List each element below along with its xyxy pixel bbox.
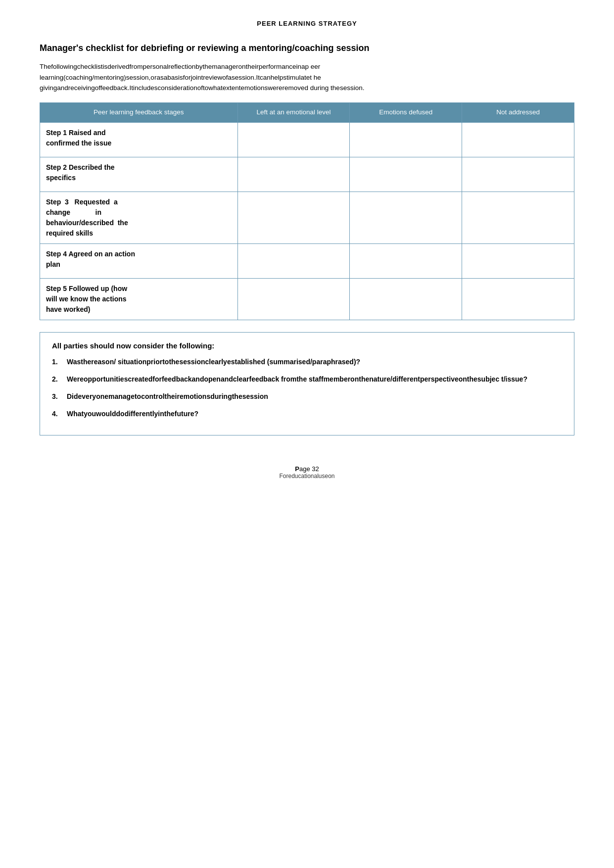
step-4-defused: [350, 243, 462, 278]
step-3-emotional: [237, 192, 350, 243]
col-header-stages: Peer learning feedback stages: [40, 102, 238, 122]
list-text: Whatyouwoulddodifferentlyinthefuture?: [67, 409, 198, 419]
table-row: Step 4 Agreed on an actionplan: [40, 243, 574, 278]
page-header: Peer Learning Strategy: [40, 20, 574, 27]
main-title: Manager's checklist for debriefing or re…: [40, 42, 574, 54]
step-2-defused: [350, 157, 462, 192]
list-num: 1.: [52, 357, 62, 367]
step-5-emotional: [237, 278, 350, 320]
table-row: Step 1 Raised andconfirmed the issue: [40, 122, 574, 157]
step-4-not-addressed: [462, 243, 574, 278]
col-header-not-addressed: Not addressed: [462, 102, 574, 122]
footer-sub: Foreducationaluseon: [40, 473, 574, 480]
list-text: Dideveryonemanagetocontroltheiremotionsd…: [67, 391, 268, 402]
list-num: 4.: [52, 409, 62, 419]
step-2-not-addressed: [462, 157, 574, 192]
step-2-label: Step 2 Described thespecifics: [40, 157, 238, 192]
list-text: Wasthereason/ situationpriortothesession…: [67, 357, 360, 367]
consider-list: 1. Wasthereason/ situationpriortothesess…: [52, 357, 562, 419]
table-header-row: Peer learning feedback stages Left at an…: [40, 102, 574, 122]
table-row: Step 5 Followed up (howwill we know the …: [40, 278, 574, 320]
feedback-table: Peer learning feedback stages Left at an…: [40, 102, 574, 320]
list-item: 4. Whatyouwoulddodifferentlyinthefuture?: [52, 409, 562, 419]
list-text: Wereopportunitiescreatedforfeedbackandop…: [67, 374, 527, 385]
step-4-label: Step 4 Agreed on an actionplan: [40, 243, 238, 278]
col-header-emotions-defused: Emotions defused: [350, 102, 462, 122]
page-p-bold: P: [295, 465, 299, 473]
page-label: age 32: [299, 465, 319, 473]
step-1-emotional: [237, 122, 350, 157]
step-3-not-addressed: [462, 192, 574, 243]
list-num: 2.: [52, 374, 62, 385]
step-5-label: Step 5 Followed up (howwill we know the …: [40, 278, 238, 320]
consider-section: All parties should now consider the foll…: [40, 332, 574, 435]
page-footer: Page 32 Foreducationaluseon: [40, 465, 574, 480]
step-3-defused: [350, 192, 462, 243]
consider-title: All parties should now consider the foll…: [52, 341, 562, 350]
step-3-label: Step 3 Requested achange inbehaviour/des…: [40, 192, 238, 243]
col-header-left-emotional: Left at an emotional level: [237, 102, 350, 122]
list-item: 2. Wereopportunitiescreatedforfeedbackan…: [52, 374, 562, 385]
step-1-not-addressed: [462, 122, 574, 157]
intro-text: Thefollowingchecklistisderivedfromperson…: [40, 61, 574, 94]
page-number: Page 32: [40, 465, 574, 473]
list-item: 3. Dideveryonemanagetocontroltheiremotio…: [52, 391, 562, 402]
table-row: Step 2 Described thespecifics: [40, 157, 574, 192]
list-item: 1. Wasthereason/ situationpriortothesess…: [52, 357, 562, 367]
step-5-not-addressed: [462, 278, 574, 320]
step-2-emotional: [237, 157, 350, 192]
step-4-emotional: [237, 243, 350, 278]
step-1-label: Step 1 Raised andconfirmed the issue: [40, 122, 238, 157]
table-row: Step 3 Requested achange inbehaviour/des…: [40, 192, 574, 243]
step-1-defused: [350, 122, 462, 157]
list-num: 3.: [52, 391, 62, 402]
step-5-defused: [350, 278, 462, 320]
